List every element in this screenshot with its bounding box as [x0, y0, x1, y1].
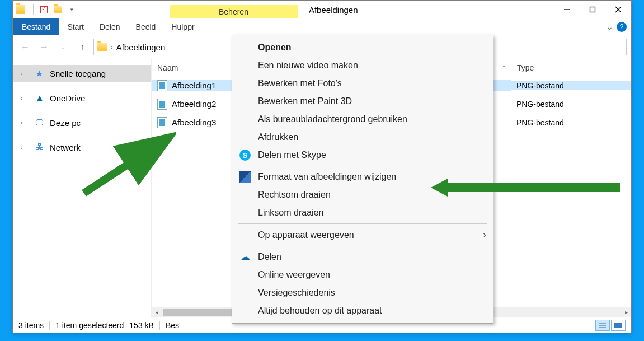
cm-version-history[interactable]: Versiegeschiedenis — [232, 284, 493, 302]
cm-set-background[interactable]: Als bureaubladachtergrond gebruiken — [232, 110, 493, 128]
svg-rect-1 — [590, 7, 595, 12]
cm-edit-photos[interactable]: Bewerken met Foto's — [232, 74, 493, 92]
scroll-thumb[interactable] — [163, 309, 241, 316]
nav-back-button[interactable]: ← — [17, 39, 33, 55]
view-details-button[interactable] — [595, 320, 610, 331]
file-name: Afbeelding3 — [172, 118, 216, 127]
nav-forward-button[interactable]: → — [36, 39, 52, 55]
cm-share-skype[interactable]: S Delen met Skype — [232, 146, 493, 164]
qat-customize-button[interactable]: ▾ — [65, 3, 78, 16]
view-thumbnails-button[interactable] — [611, 320, 626, 331]
statusbar-separator — [49, 321, 50, 330]
submenu-arrow-icon: › — [483, 229, 486, 241]
window-title: Afbeeldingen — [309, 5, 358, 15]
monitor-icon: 🖵 — [35, 118, 45, 128]
context-tab-label[interactable]: Beheren — [170, 5, 298, 18]
cm-rotate-left[interactable]: Linksom draaien — [232, 204, 493, 222]
status-extra: Bes — [166, 321, 179, 330]
breadcrumb-item[interactable]: Afbeeldingen — [116, 43, 166, 52]
folder-icon — [54, 6, 62, 13]
tree-chevron-icon[interactable]: › — [21, 95, 29, 101]
ribbon-tab-view[interactable]: Beeld — [128, 18, 164, 35]
context-tab-group: Beheren — [170, 1, 298, 18]
status-item-count: 3 items — [18, 321, 44, 330]
qat-newfolder-button[interactable] — [51, 3, 64, 16]
qat-properties-button[interactable] — [37, 3, 50, 16]
skype-icon: S — [239, 149, 251, 161]
cm-new-video[interactable]: Een nieuwe video maken — [232, 57, 493, 74]
cm-cast-to[interactable]: Op apparaat weergeven › — [232, 226, 493, 244]
sidebar-item-label: Deze pc — [50, 118, 81, 128]
image-file-icon — [157, 99, 167, 110]
file-type: PNG-bestand — [511, 118, 631, 127]
cm-label: Op apparaat weergeven — [258, 230, 354, 240]
thumbnails-view-icon — [614, 322, 623, 329]
close-icon — [615, 6, 622, 13]
ribbon-tab-share[interactable]: Delen — [92, 18, 128, 35]
annotation-arrow-right — [431, 176, 621, 199]
scroll-right-button[interactable]: ▸ — [621, 307, 631, 317]
minimize-button[interactable] — [554, 1, 580, 18]
svg-rect-7 — [614, 323, 622, 328]
cm-open[interactable]: Openen — [232, 39, 493, 57]
cm-view-online[interactable]: Online weergeven — [232, 266, 493, 284]
cm-edit-paint3d[interactable]: Bewerken met Paint 3D — [232, 92, 493, 110]
image-file-icon — [157, 117, 167, 128]
sidebar-item-thispc[interactable]: › 🖵 Deze pc — [13, 114, 151, 131]
star-icon: ★ — [35, 68, 45, 78]
cm-label: Delen met Skype — [258, 150, 326, 160]
tree-chevron-icon[interactable]: › — [21, 120, 29, 126]
ribbon-tabs: Bestand Start Delen Beeld Hulppr ⌄ ? — [13, 18, 631, 35]
maximize-icon — [589, 6, 596, 13]
folder-icon — [97, 43, 107, 51]
cm-share[interactable]: ☁ Delen — [232, 248, 493, 266]
cm-label: Delen — [258, 252, 281, 262]
nav-up-button[interactable]: ↑ — [74, 39, 90, 55]
titlebar: ▾ Beheren Afbeeldingen — [13, 1, 631, 18]
checkbox-icon — [40, 6, 48, 13]
tree-chevron-icon[interactable]: › — [21, 71, 29, 77]
help-button[interactable]: ? — [617, 22, 627, 32]
qat-separator — [33, 4, 34, 15]
ribbon-tab-tools[interactable]: Hulppr — [163, 18, 202, 35]
status-selection: 1 item geselecteerd — [55, 321, 124, 330]
scroll-left-button[interactable]: ◂ — [152, 307, 162, 317]
onedrive-icon: ☁ — [239, 251, 251, 263]
cloud-icon: ▲ — [35, 93, 45, 103]
sort-indicator-icon: ˄ — [502, 64, 505, 71]
column-header-label: Naam — [157, 63, 178, 72]
maximize-button[interactable] — [580, 1, 605, 18]
file-name: Afbeelding2 — [172, 99, 216, 109]
cm-separator — [238, 166, 487, 166]
close-button[interactable] — [605, 1, 631, 18]
file-name: Afbeelding1 — [172, 81, 216, 90]
file-type: PNG-bestand — [511, 81, 631, 90]
sidebar-item-label: OneDrive — [50, 94, 85, 103]
ribbon-collapse-button[interactable]: ⌄ — [607, 22, 613, 31]
image-file-icon — [157, 80, 167, 91]
column-header-type[interactable]: Type — [511, 60, 631, 75]
network-icon: 🖧 — [35, 142, 45, 152]
minimize-icon — [563, 6, 570, 13]
tree-chevron-icon[interactable]: › — [21, 144, 29, 151]
sidebar-item-quickaccess[interactable]: › ★ Snelle toegang — [13, 65, 151, 82]
details-view-icon — [598, 322, 607, 329]
cm-print[interactable]: Afdrukken — [232, 128, 493, 146]
cm-separator — [238, 223, 487, 224]
sidebar-item-label: Snelle toegang — [50, 69, 106, 78]
app-folder-icon — [16, 5, 25, 14]
breadcrumb-separator-icon: › — [111, 44, 113, 50]
ribbon-tab-file[interactable]: Bestand — [13, 18, 59, 35]
cm-separator — [238, 246, 487, 246]
svg-line-9 — [84, 140, 165, 193]
status-size: 153 kB — [129, 321, 154, 330]
cm-always-keep[interactable]: Altijd behouden op dit apparaat — [232, 302, 493, 320]
qat-separator-2 — [82, 4, 82, 15]
sidebar-item-label: Netwerk — [50, 143, 81, 152]
ribbon-tab-start[interactable]: Start — [59, 18, 92, 35]
nav-recent-button[interactable]: ⌄ — [55, 39, 71, 55]
cm-label: Formaat van afbeeldingen wijzigen — [258, 172, 396, 182]
resize-icon — [239, 171, 251, 183]
file-type: PNG-bestand — [511, 100, 631, 109]
sidebar-item-onedrive[interactable]: › ▲ OneDrive — [13, 90, 151, 106]
